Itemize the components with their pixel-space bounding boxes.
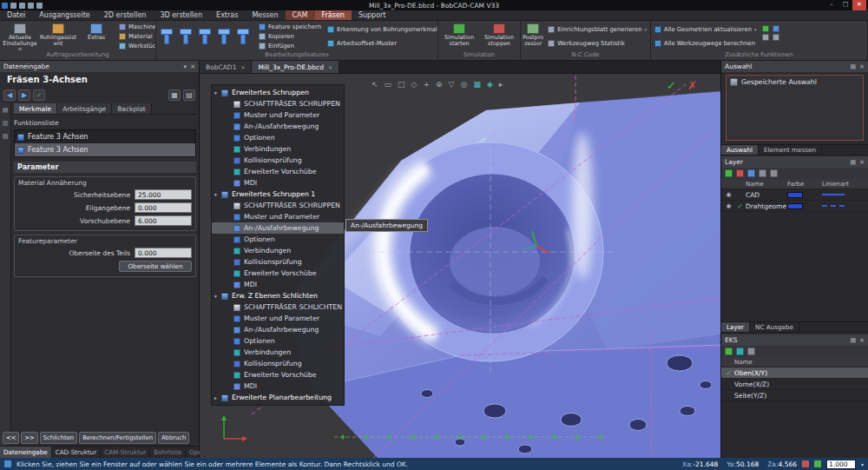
wizard-tab[interactable]: Arbeitsgänge <box>57 103 112 114</box>
document-tab[interactable]: BobCAD1 ✕ <box>200 61 252 73</box>
app-icon[interactable] <box>2 3 8 9</box>
tree-item[interactable]: Erweiterte Vorschübe <box>212 369 344 381</box>
function-list-item[interactable]: Feature 3 Achsen <box>15 130 195 143</box>
bottom-tab[interactable]: Dateneingabe <box>0 447 52 458</box>
dock-tab-icon-3[interactable]: ▧ <box>3 133 9 140</box>
layer-row[interactable]: ◉ ✓ CAD <box>721 189 868 201</box>
refresh-geometry-icon[interactable] <box>762 25 769 32</box>
minimize-button[interactable]: – <box>825 0 838 10</box>
mill-2axis-feature-icon[interactable] <box>158 23 175 49</box>
extras-button[interactable]: Extras <box>78 23 115 50</box>
panel-close-icon[interactable]: ✕ <box>859 337 865 344</box>
tree-expander-icon[interactable]: ▸ <box>214 395 221 400</box>
toolpath-stats-icon[interactable] <box>773 25 779 32</box>
eks-delete-icon[interactable] <box>747 348 755 355</box>
panel-close-icon[interactable]: ✕ <box>859 63 865 70</box>
close-button[interactable]: ✕ <box>852 0 866 10</box>
layer-color-swatch[interactable] <box>787 192 803 198</box>
maximize-button[interactable]: □ <box>838 0 852 10</box>
aktuelle-einstellungen-button[interactable]: Aktuelle Einstellungen <box>2 23 38 50</box>
eks-row[interactable]: ✓ Oben(X/Y) <box>721 367 868 379</box>
wizard-tab[interactable]: Backplot <box>112 103 152 114</box>
werkzeugweg-statistik-button[interactable]: Werkzeugweg Statistik <box>546 36 648 50</box>
sidebar-tab[interactable]: Element messen <box>759 145 822 155</box>
tree-item[interactable]: ▸ Erweiterte Planarbearbeitung <box>212 392 344 403</box>
einfuegen-button[interactable]: Einfügen <box>257 42 323 50</box>
tree-item[interactable]: Muster und Parameter <box>212 313 344 324</box>
vorschubebene-input[interactable] <box>135 215 192 226</box>
tree-item[interactable]: Optionen <box>212 234 344 245</box>
feature-speichern-button[interactable]: Feature speichern <box>257 23 323 31</box>
panel-close-icon[interactable]: ✕ <box>190 63 195 70</box>
tree-item[interactable]: ▾ Erweitertes Schruppen <box>212 87 344 98</box>
save-settings-icon[interactable]: ▤ <box>183 89 195 101</box>
tree-item[interactable]: Verbindungen <box>212 347 344 358</box>
rotate-view-icon[interactable]: ⊕ <box>436 80 443 89</box>
bottom-tab[interactable]: Bohrliste <box>150 447 186 458</box>
menu-tab[interactable]: Messen <box>245 10 285 20</box>
postprozessor-button[interactable]: Postprozessor <box>523 23 543 50</box>
menu-tab[interactable]: Support <box>352 10 393 20</box>
view-top-icon[interactable]: ▽ <box>449 80 455 89</box>
tree-item[interactable]: SCHAFTFRÄSER SCHRUPPEN <box>212 98 344 109</box>
sidebar-tab[interactable]: Auswahl <box>721 145 759 155</box>
panel-menu-icon[interactable]: ▤ <box>851 337 857 344</box>
report-icon[interactable] <box>762 34 769 41</box>
tree-item[interactable]: ▾ Erw. Z Ebenen Schlichten <box>212 290 344 301</box>
oberseite-input[interactable] <box>135 248 192 258</box>
options-icon[interactable] <box>773 34 779 41</box>
grid-snap-icon[interactable] <box>814 460 821 467</box>
tree-item[interactable]: SCHAFTFRÄSER SCHRUPPEN <box>212 200 344 211</box>
view-iso-icon[interactable]: ◎ <box>461 80 468 89</box>
schlichten-button[interactable]: Schlichten <box>40 432 77 444</box>
tree-item[interactable]: Kollisionsprüfung <box>212 358 344 369</box>
layer-row[interactable]: ◉ ✓ Drahtgeome <box>721 201 868 212</box>
layer-linetype[interactable] <box>822 194 845 195</box>
sidebar-tab[interactable]: NC Ausgabe <box>750 322 799 332</box>
visibility-icon[interactable]: ▸ <box>499 80 503 89</box>
wireframe-mode-icon[interactable]: ◈ <box>487 80 493 89</box>
snap-mode-icon[interactable] <box>802 460 809 467</box>
save-icon[interactable] <box>10 3 16 9</box>
customize-quick-access-icon[interactable] <box>36 3 43 9</box>
panel-close-icon[interactable]: ✕ <box>859 159 865 166</box>
increment-dropdown-icon[interactable]: ▾ <box>861 461 864 467</box>
window-select-icon[interactable]: ▭ <box>385 80 392 89</box>
viewport-canvas[interactable]: ↖▭□◇+⊕▽◎▦◈▸ ✓ ✗ ▾ Erweitertes Schruppen … <box>200 74 720 458</box>
werkstueck-button[interactable]: Werkstück <box>117 42 156 50</box>
tree-item[interactable]: MDI <box>212 279 344 290</box>
zoom-fit-icon[interactable]: ◇ <box>411 80 418 89</box>
select-pointer-icon[interactable]: ↖ <box>372 80 378 89</box>
tree-expander-icon[interactable]: ▾ <box>214 294 221 299</box>
menu-tab[interactable]: Fräsen <box>315 10 352 20</box>
zoom-window-icon[interactable]: □ <box>398 80 405 89</box>
abbruch-button[interactable]: Abbruch <box>158 432 189 444</box>
undo-icon[interactable] <box>19 3 25 9</box>
tree-item[interactable]: An-/Ausfahrbewegung <box>212 324 344 335</box>
close-tab-icon[interactable]: ✕ <box>328 64 332 70</box>
tree-expander-icon[interactable]: ▾ <box>214 192 221 197</box>
delete-layer-icon[interactable] <box>736 169 744 177</box>
dock-tab-icon-1[interactable]: ▤ <box>3 107 9 114</box>
saved-selection-item[interactable]: Gespeicherte Auswahl <box>727 76 863 89</box>
eks-add-icon[interactable] <box>725 348 733 355</box>
forward-icon[interactable]: ▶ <box>18 89 30 101</box>
menu-tab[interactable]: CAM <box>286 10 315 20</box>
layer-options-icon[interactable] <box>770 169 778 177</box>
menu-tab[interactable]: Ausgangsseite <box>32 10 96 20</box>
tree-item[interactable]: Muster und Parameter <box>212 109 344 121</box>
shade-mode-icon[interactable]: ▦ <box>473 80 481 89</box>
eks-edit-icon[interactable] <box>736 348 744 355</box>
eks-row[interactable]: ✓ Vorne(X/Z) <box>721 379 868 390</box>
panel-menu-icon[interactable]: ▾ <box>184 63 187 70</box>
bohrungserkennung-button[interactable]: Erkennung von Bohrungsmerkmalen <box>326 23 438 36</box>
tree-item[interactable]: Optionen <box>212 335 344 347</box>
alle-geometrien-button[interactable]: Alle Geometrien aktualisieren ▾ <box>653 23 760 36</box>
layer-color-icon[interactable] <box>747 169 755 177</box>
back-icon[interactable]: ◀ <box>3 89 16 101</box>
eilgangebene-input[interactable] <box>135 202 192 213</box>
simulation-stoppen-button[interactable]: Simulation stoppen <box>480 23 518 50</box>
alle-werkzeugwege-button[interactable]: Alle Werkzeugwege berechnen <box>653 36 760 50</box>
menu-tab[interactable]: Extras <box>209 10 245 20</box>
document-tab[interactable]: Mill_3x_Pro-DE.bbcd ✕ <box>252 61 339 73</box>
